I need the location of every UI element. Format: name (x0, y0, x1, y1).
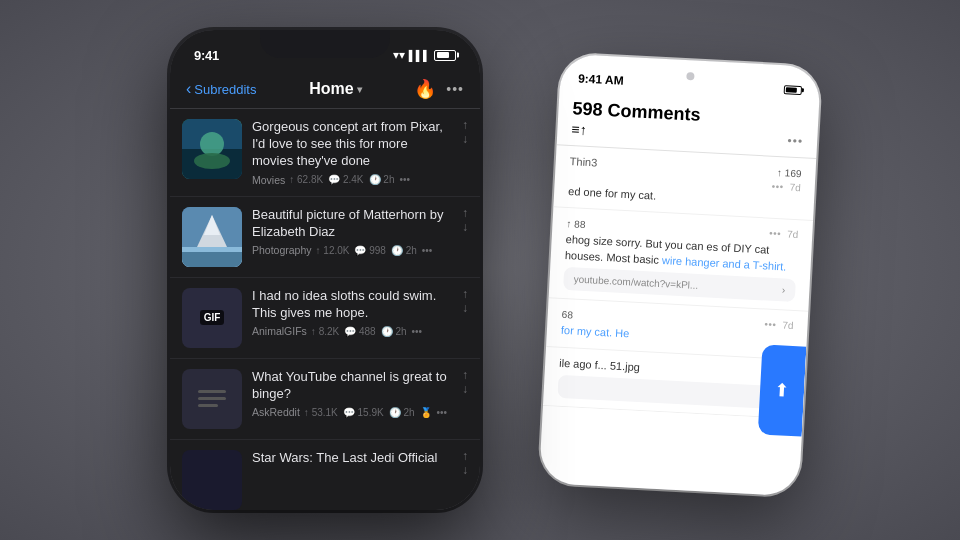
chevron-right-icon: › (782, 285, 786, 296)
upvote-count: ↑ 12.0K (316, 245, 350, 256)
chevron-down-icon: ▾ (357, 84, 362, 95)
flame-icon[interactable]: 🔥 (414, 78, 436, 100)
scroll-to-top-button[interactable]: ⬆ (758, 344, 807, 436)
post-content: What YouTube channel is great to binge? … (252, 369, 452, 419)
post-title: What YouTube channel is great to binge? (252, 369, 452, 403)
notch (260, 30, 390, 58)
post-stats: ↑ 12.0K 💬 998 🕐 2h ••• (316, 245, 433, 256)
svg-point-2 (200, 132, 224, 156)
post-content: I had no idea sloths could swim. This gi… (252, 288, 452, 338)
nav-bar-dark: ‹ Subreddits Home ▾ 🔥 ••• (170, 74, 480, 109)
post-item[interactable]: Beautiful picture of Matterhorn by Eliza… (170, 197, 480, 278)
post-thumbnail-starwars (182, 450, 242, 510)
svg-point-3 (194, 153, 230, 169)
sort-icon[interactable]: ≡↑ (571, 121, 587, 138)
comment-meta-right: ••• 7d (764, 319, 794, 332)
more-icon: ••• (422, 245, 433, 256)
post-item[interactable]: GIF I had no idea sloths could swim. Thi… (170, 278, 480, 359)
svg-rect-8 (182, 252, 242, 267)
comment-count: 💬 488 (344, 326, 375, 337)
comment-more-icon[interactable]: ••• (769, 228, 782, 240)
post-subreddit: AskReddit (252, 406, 300, 418)
comment-count: 💬 2.4K (328, 174, 363, 185)
upvote-arrow-icon[interactable]: ↑ (462, 207, 468, 219)
comment-age: 7d (782, 320, 794, 332)
vote-arrows[interactable]: ↑ ↓ (462, 369, 468, 395)
reddit-lines-icon (198, 390, 226, 407)
vote-arrows[interactable]: ↑ ↓ (462, 450, 468, 476)
back-label: Subreddits (194, 82, 256, 97)
nav-back-button[interactable]: ‹ Subreddits (186, 80, 256, 98)
nav-title[interactable]: Home ▾ (309, 80, 361, 98)
post-time: 🕐 2h (391, 245, 417, 256)
link-preview-url (568, 387, 772, 398)
upvote-arrow-icon[interactable]: ↑ (462, 450, 468, 462)
phones-container: 9:41 ▾▾ ▌▌▌ ‹ Subreddits Home ▾ (130, 20, 830, 520)
phone-white: 9:41 AM 598 Comments ≡↑ ••• (539, 53, 821, 496)
upvote-count: ↑ 62.8K (289, 174, 323, 185)
more-icon: ••• (437, 407, 448, 418)
downvote-arrow-icon[interactable]: ↓ (462, 383, 468, 395)
signal-icon: ▌▌▌ (409, 50, 430, 61)
upvote-arrow-icon[interactable]: ↑ (462, 119, 468, 131)
post-time: 🕐 2h (369, 174, 395, 185)
battery-fill (437, 52, 450, 58)
battery-white (784, 85, 802, 95)
upvote-arrow-icon[interactable]: ↑ (462, 288, 468, 300)
comment-count: 💬 998 (354, 245, 385, 256)
post-content: Gorgeous concept art from Pixar, I'd lov… (252, 119, 452, 186)
post-subreddit: AnimalGIFs (252, 325, 307, 337)
vote-arrows[interactable]: ↑ ↓ (462, 288, 468, 314)
comment-meta-right: ↑ 169 (777, 165, 802, 179)
battery-icon-white (784, 85, 802, 95)
post-content: Star Wars: The Last Jedi Official (252, 450, 452, 471)
vote-arrows[interactable]: ↑ ↓ (462, 207, 468, 233)
comment-meta-right: ••• 7d (769, 228, 799, 241)
post-stats: ↑ 8.2K 💬 488 🕐 2h ••• (311, 326, 422, 337)
post-time: 🕐 2h (389, 407, 415, 418)
comment-more-icon[interactable]: ••• (771, 181, 784, 193)
phone-dark: 9:41 ▾▾ ▌▌▌ ‹ Subreddits Home ▾ (170, 30, 480, 510)
post-title: Gorgeous concept art from Pixar, I'd lov… (252, 119, 452, 170)
back-chevron-icon: ‹ (186, 80, 191, 98)
post-stats: ↑ 53.1K 💬 15.9K 🕐 2h 🏅 ••• (304, 407, 447, 418)
more-icon: ••• (412, 326, 423, 337)
comment-more-icon[interactable]: ••• (764, 319, 777, 331)
post-time: 🕐 2h (381, 326, 407, 337)
post-item[interactable]: What YouTube channel is great to binge? … (170, 359, 480, 440)
downvote-arrow-icon[interactable]: ↓ (462, 221, 468, 233)
comment-count: 💬 15.9K (343, 407, 384, 418)
post-thumbnail-matterhorn (182, 207, 242, 267)
post-thumbnail-gif: GIF (182, 288, 242, 348)
award-icon: 🏅 (420, 407, 432, 418)
status-icons-dark: ▾▾ ▌▌▌ (393, 48, 456, 62)
comment-upvotes: ↑ 88 (566, 218, 585, 230)
downvote-arrow-icon[interactable]: ↓ (462, 302, 468, 314)
nav-actions: 🔥 ••• (414, 78, 464, 100)
post-thumbnail-pixar (182, 119, 242, 179)
link-preview-url: youtube.com/watch?v=kPl... (573, 274, 778, 296)
comment-meta-right: ••• 7d (771, 181, 801, 194)
comment-link[interactable]: wire hanger and a T-shirt. (662, 254, 787, 273)
post-item[interactable]: Gorgeous concept art from Pixar, I'd lov… (170, 109, 480, 197)
post-title: Star Wars: The Last Jedi Official (252, 450, 452, 467)
upvote-arrow-icon[interactable]: ↑ (462, 369, 468, 381)
comment-item[interactable]: ↑ 88 ••• 7d ehog size sorry. But you can… (549, 208, 813, 312)
comment-age: 7d (787, 229, 799, 241)
comment-link[interactable]: for my cat. He (561, 324, 630, 340)
post-subreddit: Photography (252, 244, 312, 256)
status-time-white: 9:41 AM (578, 71, 624, 87)
downvote-arrow-icon[interactable]: ↓ (462, 133, 468, 145)
gif-badge: GIF (200, 310, 225, 325)
post-title: I had no idea sloths could swim. This gi… (252, 288, 452, 322)
more-options-icon[interactable]: ••• (446, 81, 464, 97)
more-options-icon[interactable]: ••• (787, 133, 803, 148)
post-thumbnail-reddit (182, 369, 242, 429)
comment-author: Thin3 (570, 155, 598, 168)
comment-upvotes: ↑ 169 (777, 167, 802, 179)
post-meta: AskReddit ↑ 53.1K 💬 15.9K 🕐 2h 🏅 ••• (252, 406, 452, 418)
vote-arrows[interactable]: ↑ ↓ (462, 119, 468, 145)
post-meta: Photography ↑ 12.0K 💬 998 🕐 2h ••• (252, 244, 452, 256)
downvote-arrow-icon[interactable]: ↓ (462, 464, 468, 476)
post-item[interactable]: Star Wars: The Last Jedi Official ↑ ↓ (170, 440, 480, 510)
